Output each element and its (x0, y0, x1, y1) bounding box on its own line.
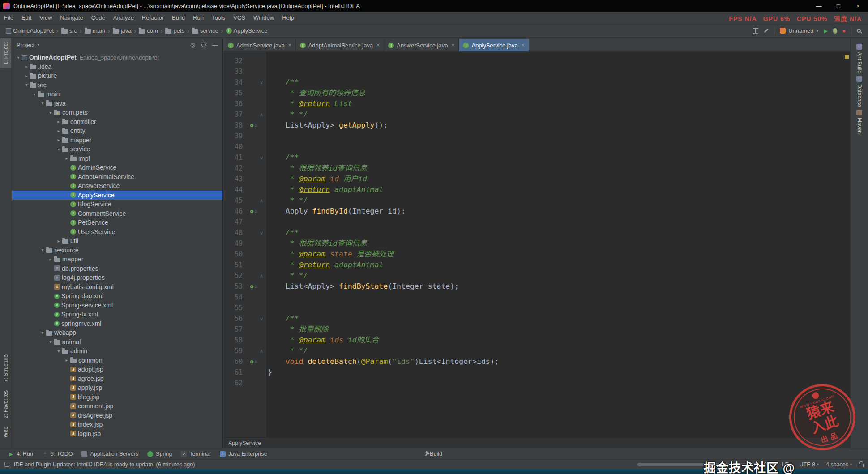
layout-icon[interactable] (753, 28, 758, 34)
chevron-down-icon[interactable]: ▾ (37, 43, 39, 47)
chevron-collapsed-icon[interactable]: ▸ (63, 156, 70, 161)
tree-item-mapper[interactable]: ▸mapper (12, 136, 222, 145)
menu-build[interactable]: Build (168, 12, 189, 24)
tree-item-comment.jsp[interactable]: Jcomment.jsp (12, 401, 222, 411)
edit-icon[interactable] (764, 29, 769, 33)
tree-item-blog.jsp[interactable]: Jblog.jsp (12, 393, 222, 402)
menu-code[interactable]: Code (87, 12, 109, 24)
tree-item-agree.jsp[interactable]: Jagree.jsp (12, 374, 222, 384)
fold-marker-icon[interactable]: ∧ (257, 348, 266, 354)
maximize-button[interactable]: □ (829, 0, 848, 12)
chevron-expanded-icon[interactable]: ▾ (55, 147, 62, 152)
stop-button[interactable]: ■ (842, 28, 846, 34)
tree-item-entity[interactable]: ▸entity (12, 126, 222, 136)
tree-item-animal[interactable]: ▾animal (12, 337, 222, 347)
tree-item-main[interactable]: ▾main (12, 90, 222, 99)
tree-item-login.jsp[interactable]: Jlogin.jsp (12, 429, 222, 439)
fold-marker-icon[interactable]: ∧ (257, 273, 266, 279)
toolstripe-1: Project[interactable]: 1: Project (0, 38, 11, 68)
tree-item-disAgree.jsp[interactable]: JdisAgree.jsp (12, 411, 222, 420)
chevron-expanded-icon[interactable]: ▾ (55, 349, 62, 354)
tree-item-mapper[interactable]: ▸mapper (12, 255, 222, 264)
menu-help[interactable]: Help (278, 12, 298, 24)
close-icon[interactable]: × (522, 42, 525, 48)
fold-marker-icon[interactable]: ∧ (257, 198, 266, 204)
toolstripe-Database[interactable]: Database (856, 76, 863, 107)
menu-edit[interactable]: Edit (17, 12, 35, 24)
menu-vcs[interactable]: VCS (229, 12, 249, 24)
tree-item-index.jsp[interactable]: Jindex.jsp (12, 420, 222, 429)
fold-marker-icon[interactable]: ∨ (257, 80, 266, 85)
menu-tools[interactable]: Tools (208, 12, 229, 24)
toolwindow-6: TODO[interactable]: ≡6: TODO (38, 448, 77, 459)
tree-item-AdoptAnimalService[interactable]: IAdoptAnimalService (12, 172, 222, 182)
tree-item-resource[interactable]: ▾resource (12, 246, 222, 255)
toolwindow-build[interactable]: Build (426, 451, 442, 457)
tree-item-CommentService[interactable]: ICommentService (12, 209, 222, 218)
chevron-expanded-icon[interactable]: ▾ (39, 248, 46, 252)
tree-item-picture[interactable]: ▸picture (12, 71, 222, 81)
tree-item-springmvc.xml[interactable]: springmvc.xml (12, 319, 222, 329)
tree-item-AdminService[interactable]: IAdminService (12, 163, 222, 172)
tree-item-common[interactable]: ▸common (12, 356, 222, 365)
run-config-selector[interactable]: Unnamed ▾ (780, 27, 818, 34)
chevron-collapsed-icon[interactable]: ▸ (47, 257, 54, 262)
close-icon[interactable]: × (451, 42, 454, 48)
tree-item-Spring-dao.xml[interactable]: Spring-dao.xml (12, 291, 222, 301)
implemented-icon[interactable] (250, 360, 253, 363)
chevron-collapsed-icon[interactable]: ▸ (63, 358, 70, 363)
code-editor[interactable]: 323334∨ /**35 * 查询所有的领养信息36 * @return Li… (223, 52, 850, 437)
tree-item-webapp[interactable]: ▾webapp (12, 328, 222, 337)
gear-icon[interactable] (201, 43, 206, 47)
tab-AdoptAnimalService.java[interactable]: IAdoptAnimalService.java× (296, 39, 385, 51)
menu-refactor[interactable]: Refactor (138, 12, 168, 24)
tree-item-com.pets[interactable]: ▾com.pets (12, 108, 222, 117)
close-icon[interactable]: × (376, 42, 380, 48)
breadcrumb-src[interactable]: src (60, 26, 78, 35)
tab-AdminService.java[interactable]: IAdminService.java× (224, 39, 296, 51)
breadcrumb-com[interactable]: com (137, 26, 159, 35)
run-button[interactable]: ▶ (824, 28, 828, 34)
tree-item-.idea[interactable]: ▸.idea (12, 62, 222, 72)
chevron-collapsed-icon[interactable]: ▸ (55, 119, 62, 124)
breadcrumb-main[interactable]: main (83, 26, 107, 35)
breadcrumb-service[interactable]: service (191, 26, 220, 35)
implemented-icon[interactable] (250, 124, 253, 127)
tab-ApplyService.java[interactable]: IApplyService.java× (459, 39, 529, 51)
toolstripe-Web[interactable]: Web (0, 423, 11, 441)
tree-item-admin[interactable]: ▾admin (12, 346, 222, 356)
close-button[interactable]: × (848, 0, 868, 12)
chevron-expanded-icon[interactable]: ▾ (39, 330, 46, 335)
tree-item-BlogService[interactable]: IBlogService (12, 200, 222, 209)
fold-marker-icon[interactable]: ∨ (257, 316, 266, 322)
tree-item-ApplyService[interactable]: IApplyService (12, 191, 222, 200)
menu-window[interactable]: Window (249, 12, 278, 24)
implemented-icon[interactable] (250, 210, 253, 213)
implemented-icon[interactable] (250, 285, 253, 288)
chevron-collapsed-icon[interactable]: ▸ (55, 239, 62, 243)
breadcrumb-OnlineAdoptPet[interactable]: OnlineAdoptPet (4, 26, 55, 35)
toolstripe-2: Favorites[interactable]: 2: Favorites (0, 387, 11, 422)
tree-item-java[interactable]: ▾java (12, 99, 222, 108)
project-panel-title[interactable]: Project (17, 42, 34, 48)
chevron-collapsed-icon[interactable]: ▸ (23, 73, 30, 78)
toolwindow-4: Run[interactable]: ▶4: Run (4, 448, 38, 459)
minimize-button[interactable]: — (809, 0, 829, 12)
locate-file-icon[interactable]: ◎ (190, 42, 195, 48)
tree-item-db.properties[interactable]: ≡db.properties (12, 264, 222, 273)
tree-item-src[interactable]: ▾src (12, 81, 222, 90)
toolstripe-Maven[interactable]: Maven (856, 110, 863, 134)
menu-analyze[interactable]: Analyze (109, 12, 138, 24)
tree-item-apply.jsp[interactable]: Japply.jsp (12, 383, 222, 393)
fold-marker-icon[interactable]: ∨ (257, 155, 266, 161)
tree-item-impl[interactable]: ▸impl (12, 154, 222, 163)
fold-marker-icon[interactable]: ∨ (257, 230, 266, 236)
toolstripe-Ant Build[interactable]: Ant Build (856, 44, 863, 73)
chevron-expanded-icon[interactable]: ▾ (39, 101, 46, 106)
tree-item-UsersService[interactable]: IUsersService (12, 227, 222, 237)
tree-item-adopt.jsp[interactable]: Jadopt.jsp (12, 365, 222, 374)
toolstripe-7: Structure[interactable]: 7: Structure (0, 351, 11, 386)
search-icon[interactable] (857, 29, 861, 33)
tree-item-controller[interactable]: ▸controller (12, 117, 222, 127)
close-icon[interactable]: × (288, 42, 291, 48)
